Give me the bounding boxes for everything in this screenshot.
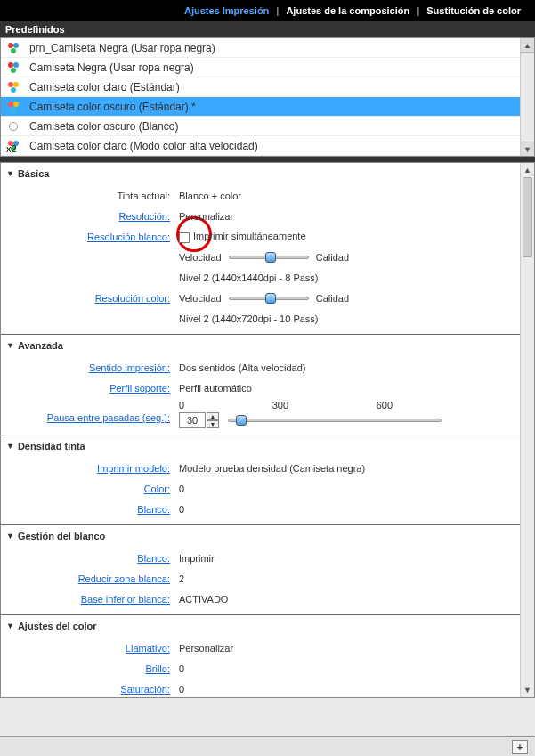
tab-layout-settings[interactable]: Ajustes de la composición [279,5,417,16]
label-ink-white[interactable]: Blanco: [1,504,179,515]
collapse-triangle-icon: ▼ [6,442,14,451]
pause-spinner[interactable]: ▲▼ [179,412,219,428]
section-basic: ▼Básica Tinta actual:Blanco + color Reso… [1,163,534,335]
section-header-ink-density[interactable]: ▼Densidad tinta [1,435,534,457]
scroll-up-icon[interactable]: ▲ [521,163,534,177]
value-vivid: Personalizar [179,643,534,654]
svg-point-11 [11,107,16,112]
content-scrollbar[interactable]: ▲ ▼ [520,163,534,697]
svg-point-5 [11,68,16,73]
pause-slider[interactable] [228,419,442,422]
label-current-ink: Tinta actual: [1,191,179,201]
label-print-model[interactable]: Imprimir modelo: [1,463,179,474]
label-brightness[interactable]: Brillo: [1,663,179,674]
preset-item-selected[interactable]: Camiseta color oscuro (Estándar) * [1,97,534,117]
svg-point-3 [8,62,13,68]
footer-bar: + [0,736,535,756]
label-vivid[interactable]: Llamativo: [1,643,179,654]
preset-icon [6,80,20,94]
value-print-model: Modelo prueba densidad (Camiseta negra) [179,463,534,474]
svg-point-8 [11,87,16,93]
value-brightness: 0 [179,663,534,674]
preset-icon [6,61,20,75]
settings-panel: ▼Básica Tinta actual:Blanco + color Reso… [0,162,535,698]
scroll-up-icon[interactable]: ▲ [521,38,534,53]
svg-point-7 [13,82,19,87]
scroll-down-icon[interactable]: ▼ [521,142,534,156]
preset-item[interactable]: Camiseta color claro (Estándar) [1,77,534,97]
svg-point-1 [13,43,19,48]
preset-x2-icon: x2 [6,139,20,153]
label-reduce-white-area[interactable]: Reducir zona blanca: [1,573,179,584]
slider-label-speed: Velocidad [179,252,222,263]
value-current-ink: Blanco + color [179,191,534,201]
preset-empty-icon [6,119,20,134]
preset-icon [6,41,20,55]
svg-point-10 [13,102,19,107]
preset-label: Camiseta color oscuro (Blanco) [29,120,178,133]
label-media-profile[interactable]: Perfil soporte: [1,383,179,394]
label-pause-between-passes[interactable]: Pausa entre pasadas (seg.): [1,412,179,423]
svg-point-9 [8,102,13,107]
preset-item[interactable]: Camiseta Negra (Usar ropa negra) [1,58,534,77]
label-white-underbase[interactable]: Base inferior blanca: [1,594,179,605]
svg-point-4 [13,62,19,68]
value-ink-white: 0 [179,504,534,515]
value-white: Imprimir [179,553,534,564]
pause-input[interactable] [179,412,206,428]
label-ink-color[interactable]: Color: [1,484,179,494]
preset-item[interactable]: Camiseta color oscuro (Blanco) [1,117,534,136]
pause-slider-ticks: 0300600 [179,400,393,411]
collapse-triangle-icon: ▼ [6,169,14,178]
spinner-up-icon[interactable]: ▲ [207,412,219,420]
slider-label-speed: Velocidad [179,293,222,304]
svg-point-6 [8,82,13,87]
slider-thumb[interactable] [265,293,276,304]
slider-thumb[interactable] [265,252,276,263]
value-white-underbase: ACTIVADO [179,594,534,605]
white-quality-slider[interactable]: Velocidad Calidad [179,252,534,263]
svg-text:x2: x2 [6,143,17,153]
preset-label: Camiseta color claro (Estándar) [29,81,180,93]
section-header-basic[interactable]: ▼Básica [1,163,534,184]
section-header-color-adjustments[interactable]: ▼Ajustes del color [1,615,534,637]
scroll-down-icon[interactable]: ▼ [521,683,534,697]
svg-point-0 [8,43,13,48]
preset-label: prn_Camiseta Negra (Usar ropa negra) [29,42,215,54]
label-white[interactable]: Blanco: [1,553,179,564]
value-resolution: Personalizar [179,211,534,222]
label-print-direction[interactable]: Sentido impresión: [1,362,179,373]
label-color-resolution[interactable]: Resolución color: [1,293,179,304]
value-reduce-white-area: 2 [179,573,534,584]
spinner-down-icon[interactable]: ▼ [207,420,219,428]
label-white-resolution[interactable]: Resolución blanco: [1,232,179,242]
preset-item[interactable]: x2 Camiseta color claro (Modo color alta… [1,136,534,156]
preset-label: Camiseta color oscuro (Estándar) * [29,101,196,113]
value-ink-color: 0 [179,484,534,494]
preset-label: Camiseta color claro (Modo color alta ve… [29,140,258,152]
preset-scrollbar[interactable]: ▲ ▼ [520,38,534,156]
preset-label: Camiseta Negra (Usar ropa negra) [29,61,194,74]
collapse-triangle-icon: ▼ [6,341,14,350]
section-color-adjustments: ▼Ajustes del color Llamativo:Personaliza… [1,615,534,698]
add-button[interactable]: + [512,740,528,754]
preset-item[interactable]: prn_Camiseta Negra (Usar ropa negra) [1,38,534,58]
value-saturation: 0 [179,684,534,695]
value-media-profile: Perfil automático [179,383,534,394]
color-quality-slider[interactable]: Velocidad Calidad [179,293,534,304]
scrollbar-thumb[interactable] [523,177,532,257]
tab-color-substitution[interactable]: Sustitución de color [419,5,528,16]
value-color-level: Nivel 2 (1440x720dpi - 10 Pass) [179,313,534,324]
value-white-level: Nivel 2 (1440x1440dpi - 8 Pass) [179,272,534,283]
checkbox-simultaneous[interactable] [179,232,190,243]
section-ink-density: ▼Densidad tinta Imprimir modelo:Modelo p… [1,435,534,525]
label-saturation[interactable]: Saturación: [1,684,179,695]
label-resolution[interactable]: Resolución: [1,211,179,222]
collapse-triangle-icon: ▼ [6,622,14,630]
preset-icon [6,100,20,114]
tab-print-settings[interactable]: Ajustes Impresión [177,5,276,16]
section-advanced: ▼Avanzada Sentido impresión:Dos sentidos… [1,335,534,435]
section-header-advanced[interactable]: ▼Avanzada [1,335,534,356]
section-header-white-management[interactable]: ▼Gestión del blanco [1,525,534,547]
slider-thumb[interactable] [236,415,247,426]
